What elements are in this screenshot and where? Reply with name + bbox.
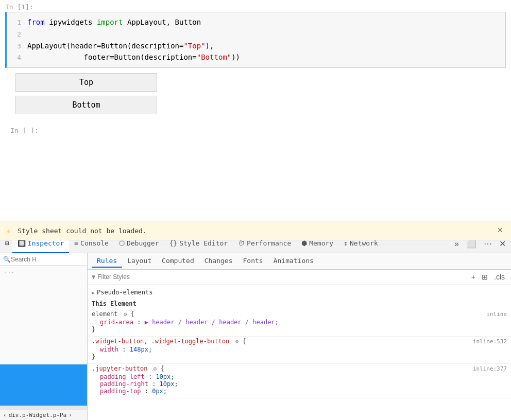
debugger-icon: ⬡ (119, 239, 125, 247)
gear-icon-2[interactable]: ⚙ (235, 338, 239, 345)
styles-panel: Rules Layout Computed Changes Fonts Anim… (88, 253, 511, 420)
line-num-3: 3 (7, 41, 27, 52)
console-icon: ≡ (74, 239, 78, 247)
subtab-layout[interactable]: Layout (122, 255, 157, 268)
copy-rule-button[interactable]: ⊞ (480, 272, 490, 282)
breadcrumb-text: div.p-Widget.p-Pa (9, 412, 67, 418)
tab-inspector-label: Inspector (28, 239, 64, 247)
line-num-2: 2 (7, 29, 27, 40)
rule2-close: } (92, 353, 507, 360)
dom-tree: ... (0, 266, 87, 364)
notebook-area: In [1]: 1 from ipywidgets import AppLayo… (0, 0, 511, 216)
add-rule-button[interactable]: + (469, 272, 478, 282)
rule2-source: inline:532 (473, 338, 507, 345)
code-line-1: 1 from ipywidgets import AppLayout, Butt… (7, 16, 505, 28)
kw-from: from (27, 18, 45, 26)
styles-content: ▶ Pseudo-elements This Element element ⚙… (88, 285, 511, 420)
style-rule-element: element ⚙ { inline grid-area : ▶ header … (88, 309, 511, 337)
filter-icon: ▼ (92, 273, 95, 281)
rule1-close: } (92, 326, 507, 333)
gear-icon-1[interactable]: ⚙ (124, 311, 127, 318)
filter-actions: + ⊞ .cls (469, 272, 507, 282)
tab-debugger-label: Debugger (127, 239, 159, 247)
subtab-changes[interactable]: Changes (199, 255, 238, 268)
search-input[interactable] (11, 256, 88, 263)
chevron-right-icon: › (69, 412, 72, 418)
cell1: 1 from ipywidgets import AppLayout, Butt… (5, 12, 506, 68)
styles-subtabs: Rules Layout Computed Changes Fonts Anim… (88, 253, 511, 270)
rule3-prop-2: padding-right : 10px; (92, 380, 507, 388)
tab-performance-label: Performance (247, 239, 291, 247)
toast-close-button[interactable]: × (495, 225, 505, 236)
subtab-animations[interactable]: Animations (268, 255, 319, 268)
code-line-3: 3 AppLayout(header=Button(description="T… (7, 40, 505, 52)
network-icon: ↕ (344, 239, 348, 247)
cell1-output: Top Bottom (5, 68, 506, 124)
rule2-selector: .widget-button, .widget-toggle-button ⚙ … (92, 338, 246, 345)
code-line-2: 2 (7, 28, 505, 40)
devtools-content: 🔍 ✛ ... ‹ div.p-Widget.p-Pa › (0, 253, 511, 420)
dom-visual-element (0, 364, 87, 406)
rule3-source: inline:377 (473, 365, 507, 372)
cell2-in-label: In [ ]: (10, 127, 39, 134)
style-editor-icon: {} (169, 239, 178, 247)
toast-notification: ⚠ Style sheet could not be loaded. × (0, 221, 511, 240)
rule1-selector: element ⚙ { (92, 310, 134, 318)
devtools-panel: ⊞ 🔲 Inspector ≡ Console ⬡ Debugger {} St… (0, 234, 511, 420)
dom-scrollbar[interactable] (0, 406, 87, 410)
cell1-label: In [1]: (5, 3, 33, 11)
tab-memory-label: Memory (309, 239, 333, 247)
memory-icon: ⬢ (301, 239, 307, 247)
line-num-4: 4 (7, 52, 27, 63)
filter-styles-input[interactable] (97, 273, 469, 281)
this-element-label: This Element (88, 298, 511, 309)
dom-tree-placeholder: ... (0, 266, 87, 275)
toast-content: ⚠ Style sheet could not be loaded. (6, 226, 147, 235)
styles-filter-bar: ▼ + ⊞ .cls (88, 270, 511, 285)
code-area: 1 from ipywidgets import AppLayout, Butt… (7, 12, 505, 67)
tab-network-label: Network (350, 239, 378, 247)
tab-console-label: Console (80, 239, 109, 247)
pseudo-arrow-icon: ▶ (92, 290, 95, 295)
performance-icon: ⏱ (238, 239, 245, 247)
line1-content: from ipywidgets import AppLayout, Button (27, 16, 505, 28)
code-line-4: 4 footer=Button(description="Bottom")) (7, 51, 505, 63)
bottom-button[interactable]: Bottom (15, 96, 157, 114)
toast-message: Style sheet could not be loaded. (18, 227, 146, 235)
rule2-prop-1: width : 148px; (92, 346, 507, 353)
inspector-icon: 🔲 (18, 239, 26, 247)
subtab-fonts[interactable]: Fonts (238, 255, 268, 268)
rule3-prop-1: padding-left : 10px; (92, 373, 507, 380)
rule1-prop-1: grid-area : ▶ header / header / header /… (92, 319, 507, 326)
top-button[interactable]: Top (15, 73, 157, 92)
search-icon: 🔍 (3, 256, 11, 263)
rule3-prop-3: padding-top : 0px; (92, 388, 507, 395)
line-num-1: 1 (7, 18, 27, 28)
more-tabs-icon: » (454, 239, 459, 249)
dom-panel: 🔍 ✛ ... ‹ div.p-Widget.p-Pa › (0, 253, 88, 420)
cell1-input-label: In [1]: (0, 0, 511, 12)
style-rule-jupyter-button: .jupyter-button ⚙ { inline:377 padding-l… (88, 364, 511, 398)
toast-warning-icon: ⚠ (6, 226, 10, 235)
tab-style-editor-label: Style Editor (179, 239, 228, 247)
style-rule-widget-button: .widget-button, .widget-toggle-button ⚙ … (88, 337, 511, 364)
subtab-computed[interactable]: Computed (157, 255, 199, 268)
pseudo-elements-label: Pseudo-elements (97, 289, 152, 296)
rule1-source: inline (486, 311, 507, 318)
chevron-left-icon: ‹ (3, 412, 7, 418)
rule3-selector: .jupyter-button ⚙ { (92, 365, 164, 372)
sidebar-icon: ⊞ (5, 239, 9, 247)
gear-icon-3[interactable]: ⚙ (154, 365, 157, 372)
cls-button[interactable]: .cls (492, 272, 507, 282)
subtab-rules[interactable]: Rules (92, 255, 122, 268)
dom-search-bar: 🔍 ✛ (0, 253, 87, 266)
pseudo-elements-row[interactable]: ▶ Pseudo-elements (88, 287, 511, 298)
dom-breadcrumb: ‹ div.p-Widget.p-Pa › (0, 410, 87, 420)
cell2-label: In [ ]: (0, 124, 511, 135)
kw-import: import (97, 18, 123, 26)
